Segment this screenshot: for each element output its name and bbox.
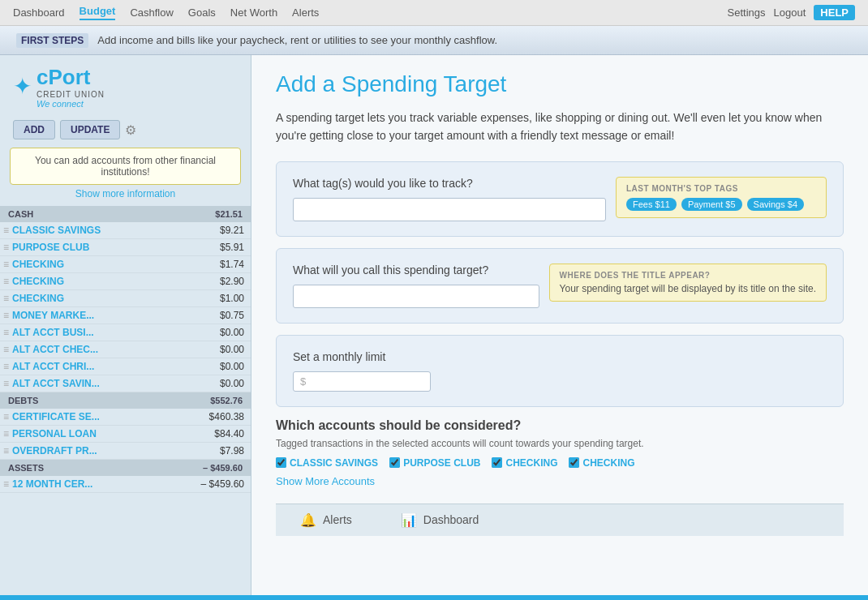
- spinner-icon: ⚙: [125, 122, 136, 138]
- account-row-alt-busi[interactable]: ≡ ALT ACCT BUSI... $0.00: [0, 324, 251, 341]
- account-name: ALT ACCT BUSI...: [12, 327, 220, 338]
- nav-dashboard[interactable]: Dashboard: [13, 6, 65, 19]
- account-row-checking-3[interactable]: ≡ CHECKING $1.00: [0, 290, 251, 307]
- nav-cashflow[interactable]: Cashflow: [130, 6, 173, 19]
- account-row-checking-1[interactable]: ≡ CHECKING $1.74: [0, 256, 251, 273]
- account-row-overdraft[interactable]: ≡ OVERDRAFT PR... $7.98: [0, 443, 251, 460]
- checkbox-purpose-club-input[interactable]: [389, 457, 400, 468]
- drag-icon: ≡: [3, 361, 9, 372]
- nav-goals[interactable]: Goals: [188, 6, 216, 19]
- account-amount: $7.98: [220, 445, 244, 456]
- add-button[interactable]: ADD: [13, 120, 55, 139]
- nav-alerts[interactable]: Alerts: [292, 6, 319, 19]
- assets-header-label: ASSETS: [8, 463, 44, 473]
- banner-text: Add income and bills like your paycheck,…: [97, 34, 497, 46]
- nav-budget[interactable]: Budget: [79, 5, 116, 20]
- show-more-info-link[interactable]: Show more information: [0, 188, 251, 199]
- account-name: ALT ACCT SAVIN...: [12, 378, 220, 389]
- account-row-money-market[interactable]: ≡ MONEY MARKE... $0.75: [0, 307, 251, 324]
- account-name: CHECKING: [12, 276, 220, 287]
- nav-networth[interactable]: Net Worth: [230, 6, 277, 19]
- drag-icon: ≡: [3, 225, 9, 236]
- nav-settings[interactable]: Settings: [728, 6, 766, 19]
- assets-header-amount: – $459.60: [203, 463, 243, 473]
- checkbox-classic-savings-label: CLASSIC SAVINGS: [290, 457, 378, 469]
- checkboxes-row: CLASSIC SAVINGS PURPOSE CLUB CHECKING CH…: [276, 457, 844, 469]
- accounts-section-title: Which accounts should be considered?: [276, 418, 844, 433]
- account-row-personal-loan[interactable]: ≡ PERSONAL LOAN $84.40: [0, 426, 251, 443]
- account-row-alt-savin[interactable]: ≡ ALT ACCT SAVIN... $0.00: [0, 375, 251, 392]
- checkbox-classic-savings-input[interactable]: [276, 457, 286, 468]
- account-name: CHECKING: [12, 293, 220, 304]
- account-name: PERSONAL LOAN: [12, 428, 214, 439]
- account-amount: $460.38: [209, 411, 244, 422]
- bottom-nav-alerts[interactable]: 🔔 Alerts: [300, 512, 352, 528]
- bottom-nav-dashboard[interactable]: 📊 Dashboard: [401, 512, 479, 528]
- checkbox-purpose-club-label: PURPOSE CLUB: [403, 457, 480, 469]
- logo-tagline: We connect: [37, 99, 105, 109]
- tag-section-title: What tag(s) would you like to track?: [293, 177, 606, 190]
- account-name: OVERDRAFT PR...: [12, 445, 220, 456]
- bottom-nav-alerts-label: Alerts: [323, 513, 352, 526]
- account-name: ALT ACCT CHRI...: [12, 361, 220, 372]
- account-row-alt-chec[interactable]: ≡ ALT ACCT CHEC... $0.00: [0, 341, 251, 358]
- main-content: Add a Spending Target A spending target …: [251, 55, 868, 595]
- cash-section-header: CASH $21.51: [0, 206, 251, 222]
- tag-section: What tag(s) would you like to track? LAS…: [276, 161, 844, 237]
- checkbox-checking-2[interactable]: CHECKING: [569, 457, 634, 469]
- name-section-inner: What will you call this spending target?…: [293, 264, 827, 308]
- checkbox-classic-savings[interactable]: CLASSIC SAVINGS: [276, 457, 378, 469]
- drag-icon: ≡: [3, 428, 9, 439]
- tag-input[interactable]: [293, 198, 606, 221]
- tag-section-inner: What tag(s) would you like to track? LAS…: [293, 177, 827, 221]
- account-amount: $0.00: [220, 327, 244, 338]
- accounts-section-desc: Tagged transactions in the selected acco…: [276, 438, 844, 449]
- bottom-quick-nav: 🔔 Alerts 📊 Dashboard: [276, 504, 844, 536]
- monthly-limit-input-wrap: $: [293, 371, 431, 392]
- account-amount: $84.40: [214, 428, 244, 439]
- logo-text-block: cPort CREDIT UNION We connect: [37, 65, 105, 109]
- cash-header-amount: $21.51: [215, 209, 243, 219]
- help-button[interactable]: HELP: [814, 5, 855, 20]
- account-name: PURPOSE CLUB: [12, 242, 220, 253]
- account-row-classic-savings[interactable]: ≡ CLASSIC SAVINGS $9.21: [0, 222, 251, 239]
- main-container: ✦ cPort CREDIT UNION We connect ADD UPDA…: [0, 55, 868, 595]
- account-amount: $0.00: [220, 378, 244, 389]
- checkbox-checking-2-input[interactable]: [569, 457, 579, 468]
- drag-icon: ≡: [3, 344, 9, 355]
- account-row-cert-se[interactable]: ≡ CERTIFICATE SE... $460.38: [0, 409, 251, 426]
- accounts-section: Which accounts should be considered? Tag…: [276, 418, 844, 495]
- account-name: CLASSIC SAVINGS: [12, 225, 220, 236]
- account-row-checking-2[interactable]: ≡ CHECKING $2.90: [0, 273, 251, 290]
- debts-header-amount: $552.76: [210, 396, 243, 405]
- tag-badge-fees[interactable]: Fees $11: [626, 198, 677, 211]
- cash-header-label: CASH: [8, 209, 33, 219]
- sidebar: ✦ cPort CREDIT UNION We connect ADD UPDA…: [0, 55, 251, 595]
- account-row-alt-chri[interactable]: ≡ ALT ACCT CHRI... $0.00: [0, 358, 251, 375]
- monthly-limit-input[interactable]: [309, 375, 415, 388]
- where-title-header: WHERE DOES THE TITLE APPEAR?: [560, 271, 816, 280]
- show-more-accounts-link[interactable]: Show More Accounts: [276, 475, 375, 487]
- page-title: Add a Spending Target: [276, 71, 844, 97]
- account-row-purpose-club[interactable]: ≡ PURPOSE CLUB $5.91: [0, 239, 251, 256]
- nav-logout[interactable]: Logout: [774, 6, 806, 19]
- account-amount: $1.74: [220, 259, 244, 270]
- tag-badge-payment[interactable]: Payment $5: [681, 198, 742, 211]
- assets-section-header: ASSETS – $459.60: [0, 460, 251, 476]
- checkbox-checking-2-label: CHECKING: [582, 457, 634, 469]
- spending-target-name-input[interactable]: [293, 285, 539, 308]
- checkbox-checking-1-input[interactable]: [492, 457, 502, 468]
- account-row-12month-cer[interactable]: ≡ 12 MONTH CER... – $459.60: [0, 476, 251, 493]
- account-name: CHECKING: [12, 259, 220, 270]
- drag-icon: ≡: [3, 478, 9, 490]
- update-button[interactable]: UPDATE: [60, 120, 120, 139]
- last-month-header: LAST MONTH'S TOP TAGS: [626, 184, 816, 193]
- checkbox-checking-1[interactable]: CHECKING: [492, 457, 557, 469]
- checkbox-purpose-club[interactable]: PURPOSE CLUB: [389, 457, 480, 469]
- tooltip-text: You can add accounts from other financia…: [35, 155, 216, 178]
- account-amount: $0.00: [220, 361, 244, 372]
- tag-badge-savings[interactable]: Savings $4: [747, 198, 804, 211]
- bell-icon: 🔔: [300, 512, 316, 528]
- top-nav-right: Settings Logout HELP: [728, 5, 855, 20]
- logo-credit-union: CREDIT UNION: [37, 90, 105, 99]
